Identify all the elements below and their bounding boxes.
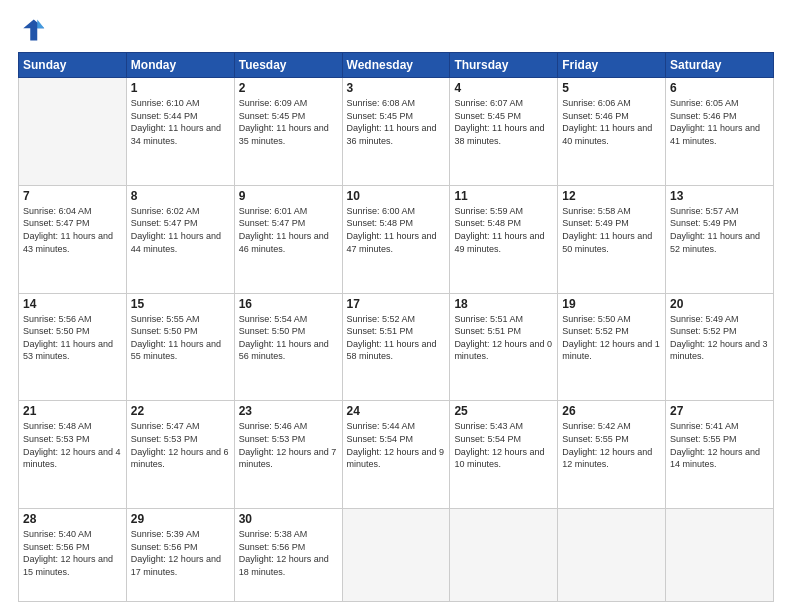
calendar-cell: 19Sunrise: 5:50 AMSunset: 5:52 PMDayligh…: [558, 293, 666, 401]
day-number: 6: [670, 81, 769, 95]
day-number: 5: [562, 81, 661, 95]
calendar-cell: 24Sunrise: 5:44 AMSunset: 5:54 PMDayligh…: [342, 401, 450, 509]
day-number: 9: [239, 189, 338, 203]
day-info: Sunrise: 5:57 AMSunset: 5:49 PMDaylight:…: [670, 205, 769, 255]
calendar-cell: 26Sunrise: 5:42 AMSunset: 5:55 PMDayligh…: [558, 401, 666, 509]
calendar-cell: 21Sunrise: 5:48 AMSunset: 5:53 PMDayligh…: [19, 401, 127, 509]
header: [18, 16, 774, 44]
day-info: Sunrise: 5:59 AMSunset: 5:48 PMDaylight:…: [454, 205, 553, 255]
calendar-cell: 8Sunrise: 6:02 AMSunset: 5:47 PMDaylight…: [126, 185, 234, 293]
weekday-header-monday: Monday: [126, 53, 234, 78]
day-info: Sunrise: 5:44 AMSunset: 5:54 PMDaylight:…: [347, 420, 446, 470]
day-number: 3: [347, 81, 446, 95]
day-number: 14: [23, 297, 122, 311]
day-number: 18: [454, 297, 553, 311]
weekday-header-thursday: Thursday: [450, 53, 558, 78]
calendar-cell: [666, 509, 774, 602]
day-info: Sunrise: 5:48 AMSunset: 5:53 PMDaylight:…: [23, 420, 122, 470]
calendar-cell: 20Sunrise: 5:49 AMSunset: 5:52 PMDayligh…: [666, 293, 774, 401]
calendar-cell: 30Sunrise: 5:38 AMSunset: 5:56 PMDayligh…: [234, 509, 342, 602]
day-info: Sunrise: 6:04 AMSunset: 5:47 PMDaylight:…: [23, 205, 122, 255]
logo-icon: [18, 16, 46, 44]
calendar-cell: [342, 509, 450, 602]
day-number: 1: [131, 81, 230, 95]
day-number: 29: [131, 512, 230, 526]
week-row-1: 1Sunrise: 6:10 AMSunset: 5:44 PMDaylight…: [19, 78, 774, 186]
calendar-cell: 28Sunrise: 5:40 AMSunset: 5:56 PMDayligh…: [19, 509, 127, 602]
day-info: Sunrise: 6:06 AMSunset: 5:46 PMDaylight:…: [562, 97, 661, 147]
day-info: Sunrise: 5:40 AMSunset: 5:56 PMDaylight:…: [23, 528, 122, 578]
day-info: Sunrise: 5:49 AMSunset: 5:52 PMDaylight:…: [670, 313, 769, 363]
calendar-cell: 11Sunrise: 5:59 AMSunset: 5:48 PMDayligh…: [450, 185, 558, 293]
calendar-cell: 5Sunrise: 6:06 AMSunset: 5:46 PMDaylight…: [558, 78, 666, 186]
calendar-cell: 2Sunrise: 6:09 AMSunset: 5:45 PMDaylight…: [234, 78, 342, 186]
svg-marker-0: [23, 20, 44, 41]
svg-marker-1: [37, 20, 44, 29]
calendar-cell: 22Sunrise: 5:47 AMSunset: 5:53 PMDayligh…: [126, 401, 234, 509]
day-info: Sunrise: 5:56 AMSunset: 5:50 PMDaylight:…: [23, 313, 122, 363]
day-info: Sunrise: 6:08 AMSunset: 5:45 PMDaylight:…: [347, 97, 446, 147]
calendar-cell: 12Sunrise: 5:58 AMSunset: 5:49 PMDayligh…: [558, 185, 666, 293]
calendar-cell: 1Sunrise: 6:10 AMSunset: 5:44 PMDaylight…: [126, 78, 234, 186]
calendar-cell: 9Sunrise: 6:01 AMSunset: 5:47 PMDaylight…: [234, 185, 342, 293]
day-info: Sunrise: 6:10 AMSunset: 5:44 PMDaylight:…: [131, 97, 230, 147]
day-number: 23: [239, 404, 338, 418]
day-number: 28: [23, 512, 122, 526]
calendar-cell: 27Sunrise: 5:41 AMSunset: 5:55 PMDayligh…: [666, 401, 774, 509]
day-number: 21: [23, 404, 122, 418]
day-number: 10: [347, 189, 446, 203]
day-number: 26: [562, 404, 661, 418]
day-number: 25: [454, 404, 553, 418]
day-info: Sunrise: 5:39 AMSunset: 5:56 PMDaylight:…: [131, 528, 230, 578]
day-number: 8: [131, 189, 230, 203]
weekday-header-saturday: Saturday: [666, 53, 774, 78]
day-info: Sunrise: 5:42 AMSunset: 5:55 PMDaylight:…: [562, 420, 661, 470]
day-info: Sunrise: 5:58 AMSunset: 5:49 PMDaylight:…: [562, 205, 661, 255]
day-number: 12: [562, 189, 661, 203]
calendar-cell: [558, 509, 666, 602]
calendar-cell: [19, 78, 127, 186]
day-info: Sunrise: 6:09 AMSunset: 5:45 PMDaylight:…: [239, 97, 338, 147]
week-row-3: 14Sunrise: 5:56 AMSunset: 5:50 PMDayligh…: [19, 293, 774, 401]
day-number: 22: [131, 404, 230, 418]
day-number: 17: [347, 297, 446, 311]
weekday-header-tuesday: Tuesday: [234, 53, 342, 78]
day-info: Sunrise: 6:02 AMSunset: 5:47 PMDaylight:…: [131, 205, 230, 255]
calendar-cell: 7Sunrise: 6:04 AMSunset: 5:47 PMDaylight…: [19, 185, 127, 293]
calendar-cell: 15Sunrise: 5:55 AMSunset: 5:50 PMDayligh…: [126, 293, 234, 401]
calendar-cell: [450, 509, 558, 602]
day-info: Sunrise: 5:38 AMSunset: 5:56 PMDaylight:…: [239, 528, 338, 578]
day-info: Sunrise: 6:01 AMSunset: 5:47 PMDaylight:…: [239, 205, 338, 255]
day-number: 24: [347, 404, 446, 418]
day-number: 11: [454, 189, 553, 203]
calendar-cell: 3Sunrise: 6:08 AMSunset: 5:45 PMDaylight…: [342, 78, 450, 186]
day-info: Sunrise: 6:05 AMSunset: 5:46 PMDaylight:…: [670, 97, 769, 147]
calendar-cell: 29Sunrise: 5:39 AMSunset: 5:56 PMDayligh…: [126, 509, 234, 602]
logo: [18, 16, 50, 44]
weekday-header-row: SundayMondayTuesdayWednesdayThursdayFrid…: [19, 53, 774, 78]
calendar-cell: 17Sunrise: 5:52 AMSunset: 5:51 PMDayligh…: [342, 293, 450, 401]
calendar-cell: 25Sunrise: 5:43 AMSunset: 5:54 PMDayligh…: [450, 401, 558, 509]
day-info: Sunrise: 6:07 AMSunset: 5:45 PMDaylight:…: [454, 97, 553, 147]
day-info: Sunrise: 5:46 AMSunset: 5:53 PMDaylight:…: [239, 420, 338, 470]
day-info: Sunrise: 5:50 AMSunset: 5:52 PMDaylight:…: [562, 313, 661, 363]
week-row-5: 28Sunrise: 5:40 AMSunset: 5:56 PMDayligh…: [19, 509, 774, 602]
weekday-header-wednesday: Wednesday: [342, 53, 450, 78]
day-number: 16: [239, 297, 338, 311]
day-number: 20: [670, 297, 769, 311]
day-number: 2: [239, 81, 338, 95]
page: SundayMondayTuesdayWednesdayThursdayFrid…: [0, 0, 792, 612]
day-number: 4: [454, 81, 553, 95]
weekday-header-sunday: Sunday: [19, 53, 127, 78]
calendar-cell: 4Sunrise: 6:07 AMSunset: 5:45 PMDaylight…: [450, 78, 558, 186]
calendar-cell: 23Sunrise: 5:46 AMSunset: 5:53 PMDayligh…: [234, 401, 342, 509]
calendar-table: SundayMondayTuesdayWednesdayThursdayFrid…: [18, 52, 774, 602]
calendar-cell: 18Sunrise: 5:51 AMSunset: 5:51 PMDayligh…: [450, 293, 558, 401]
calendar-cell: 10Sunrise: 6:00 AMSunset: 5:48 PMDayligh…: [342, 185, 450, 293]
day-info: Sunrise: 5:43 AMSunset: 5:54 PMDaylight:…: [454, 420, 553, 470]
calendar-cell: 14Sunrise: 5:56 AMSunset: 5:50 PMDayligh…: [19, 293, 127, 401]
weekday-header-friday: Friday: [558, 53, 666, 78]
calendar-cell: 13Sunrise: 5:57 AMSunset: 5:49 PMDayligh…: [666, 185, 774, 293]
week-row-2: 7Sunrise: 6:04 AMSunset: 5:47 PMDaylight…: [19, 185, 774, 293]
calendar-cell: 16Sunrise: 5:54 AMSunset: 5:50 PMDayligh…: [234, 293, 342, 401]
